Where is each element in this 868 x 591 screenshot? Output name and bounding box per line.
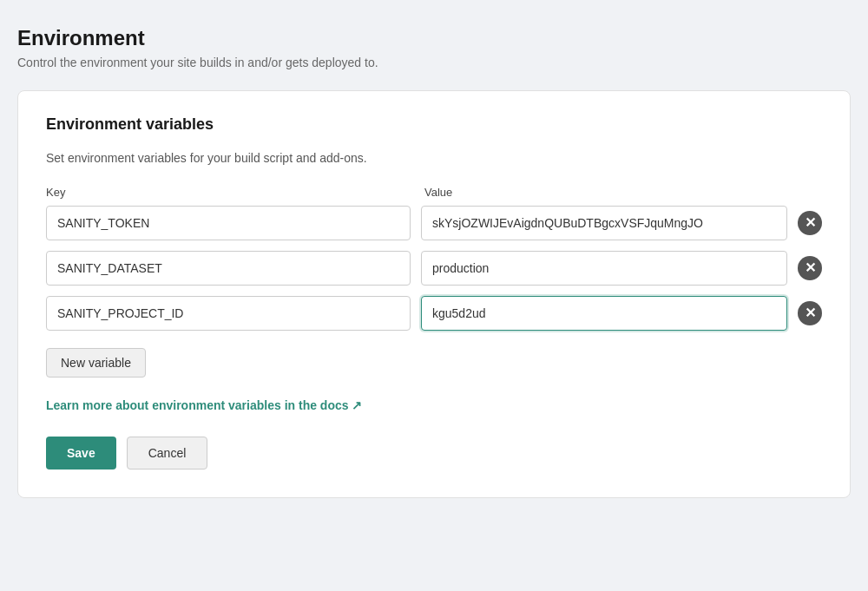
- key-input[interactable]: [46, 296, 411, 331]
- key-column-header: Key: [46, 186, 411, 199]
- key-input[interactable]: [46, 206, 411, 240]
- variables-container: ✕✕✕: [46, 206, 822, 331]
- fields-header: Key Value: [46, 186, 822, 199]
- cancel-button[interactable]: Cancel: [127, 437, 208, 470]
- save-button[interactable]: Save: [46, 437, 116, 470]
- environment-card: Environment variables Set environment va…: [17, 90, 851, 498]
- remove-variable-button[interactable]: ✕: [798, 211, 822, 235]
- key-input[interactable]: [46, 251, 411, 286]
- page-title: Environment: [17, 26, 851, 50]
- remove-icon: ✕: [805, 261, 816, 275]
- action-buttons: Save Cancel: [46, 437, 822, 470]
- new-variable-button[interactable]: New variable: [46, 348, 146, 378]
- remove-icon: ✕: [805, 216, 816, 230]
- value-column-header: Value: [424, 186, 822, 199]
- page-wrapper: Environment Control the environment your…: [17, 26, 851, 498]
- value-input[interactable]: [421, 251, 787, 286]
- remove-icon: ✕: [805, 306, 816, 320]
- remove-variable-button[interactable]: ✕: [798, 301, 822, 325]
- table-row: ✕: [46, 251, 822, 286]
- value-input[interactable]: [421, 296, 787, 331]
- table-row: ✕: [46, 296, 822, 331]
- value-input[interactable]: [421, 206, 787, 240]
- card-description: Set environment variables for your build…: [46, 151, 822, 165]
- page-subtitle: Control the environment your site builds…: [17, 56, 851, 69]
- remove-variable-button[interactable]: ✕: [798, 256, 822, 280]
- card-title: Environment variables: [46, 115, 822, 134]
- table-row: ✕: [46, 206, 822, 240]
- docs-link[interactable]: Learn more about environment variables i…: [46, 398, 822, 412]
